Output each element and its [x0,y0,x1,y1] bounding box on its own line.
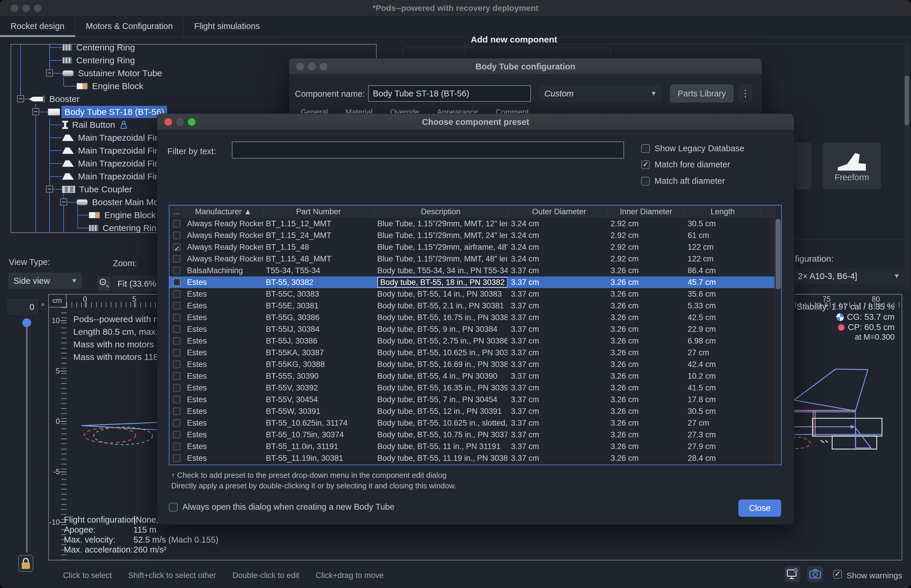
row-checkbox[interactable] [173,384,181,392]
row-checkbox[interactable] [173,325,181,333]
cell-length: 30.5 cm [685,405,761,417]
zoom-out-button[interactable] [97,277,111,291]
tree-item[interactable]: Centering Ring [11,44,376,54]
ruler-label: -10 [49,518,60,527]
table-row[interactable]: EstesBT-55, 30382Body tube, BT-55, 18 in… [170,276,774,288]
row-checkbox[interactable] [173,255,181,263]
cell-inner-diameter: 3.26 cm [607,347,685,359]
row-checkbox[interactable] [173,243,181,251]
table-row[interactable]: EstesBT-55S, 30390Body tube, BT-55, 4 in… [170,370,774,382]
filter-input[interactable] [232,142,624,158]
cell-outer-diameter: 3.37 cm [507,359,607,370]
freeform-fin-button[interactable]: Freeform [822,142,881,189]
view-type-select[interactable]: Side view▼ [8,273,82,289]
design-info-line: Mass with motors 118 g [73,352,166,362]
tree-item-label: Main Trapezoidal Fin S [78,146,168,156]
row-checkbox[interactable] [173,431,181,438]
column-header[interactable]: Length [685,205,761,218]
ruler-label: 10 [49,316,60,325]
collapse-toggle-icon[interactable] [46,69,53,76]
row-checkbox[interactable] [173,443,181,450]
table-row[interactable]: EstesBT-55KG, 30388Body tube, BT-55, 16.… [170,359,774,370]
column-header[interactable]: Part Number [263,205,374,218]
parts-library-button[interactable]: Parts Library [670,85,733,102]
match-aft-diameter-checkbox[interactable] [641,177,650,186]
column-header[interactable]: Inner Diameter [607,205,685,218]
panel-scrollbar-thumb[interactable] [905,76,909,126]
table-scrollbar-thumb[interactable] [775,219,780,289]
table-row[interactable]: EstesBT-55_10.625in, 31174Body tube, BT-… [170,417,774,429]
show-legacy-database-checkbox[interactable] [641,144,650,153]
cell-part-number: BT-55J, 30386 [263,335,374,347]
row-checkbox[interactable] [173,360,181,368]
collapse-toggle-icon[interactable] [32,108,39,115]
table-row[interactable]: EstesBT-55E, 30381Body tube, BT-55, 2.1 … [170,300,774,312]
lock-button[interactable] [18,555,34,572]
table-row[interactable]: EstesBT-55W, 30391Body tube, BT-55, 12 i… [170,405,774,417]
table-row[interactable]: EstesBT-55_11.19in, 30381Body tube, BT-5… [170,452,774,464]
row-checkbox[interactable] [173,313,181,321]
row-checkbox[interactable] [173,231,181,239]
table-row[interactable]: EstesBT-55KA, 30387Body tube, BT-55, 10.… [170,347,774,359]
cell-description: Blue Tube, 1.15"/29mm, MMT, 12" len [374,218,507,229]
table-row[interactable]: EstesBT-55V, 30454Body tube, BT-55, 7 in… [170,394,774,405]
row-checkbox[interactable] [173,419,181,427]
table-row[interactable]: BalsaMachiningT55-34, T55-34Body tube, T… [170,265,774,276]
rotation-slider-knob[interactable] [22,318,31,327]
tab-flight-simulations[interactable]: Flight simulations [183,17,270,37]
column-header[interactable]: Outer Diameter [507,205,607,218]
component-name-input[interactable]: Body Tube ST-18 (BT-56) [368,85,531,102]
preset-select[interactable]: Custom▼ [539,85,662,102]
table-row[interactable]: EstesBT-55J, 30386Body tube, BT-55, 2.75… [170,335,774,347]
row-checkbox[interactable] [173,396,181,403]
table-scrollbar-track[interactable] [774,205,781,465]
tab-motors-configuration[interactable]: Motors & Configuration [75,17,184,37]
centering-ring-icon [62,44,72,51]
cell-part-number: BT_1.15_48 [263,241,374,253]
table-row[interactable]: EstesBT-55G, 30386Body tube, BT-55, 16.7… [170,312,774,323]
table-row[interactable]: EstesBT-55_10.75in, 30374Body tube, BT-5… [170,429,774,441]
tab-rocket-design[interactable]: Rocket design [0,17,75,37]
table-row[interactable]: EstesBT-55_11.0in, 31191Body tube, BT-55… [170,441,774,452]
collapse-toggle-icon[interactable] [17,95,24,102]
display-settings-button[interactable] [784,566,800,582]
rotation-input[interactable]: 0 [8,300,38,314]
table-row[interactable]: Always Ready RocketryBT_1.15_48_MMTBlue … [170,253,774,265]
more-options-button[interactable]: ⋮ [740,85,751,102]
table-row[interactable]: EstesBT-55IJ, 30384Body tube, BT-55, 9 i… [170,323,774,335]
table-row[interactable]: Always Ready RocketryBT_1.15_24_MMTBlue … [170,229,774,241]
table-row[interactable]: Always Ready RocketryBT_1.15_48Blue Tube… [170,241,774,253]
row-checkbox[interactable] [173,454,181,462]
collapse-toggle-icon[interactable] [60,199,67,205]
row-checkbox[interactable] [173,267,181,275]
row-checkbox[interactable] [173,349,181,357]
table-row[interactable]: EstesBT-55V, 30392Body tube, BT-55, 16.3… [170,382,774,394]
table-row[interactable]: Always Ready RocketryBT_1.15_12_MMTBlue … [170,218,774,229]
match-fore-diameter-checkbox[interactable] [641,160,650,169]
screenshot-button[interactable] [807,566,823,582]
row-checkbox[interactable] [173,372,181,380]
close-button[interactable]: Close [738,499,781,517]
row-checkbox[interactable] [173,290,181,298]
collapse-toggle-icon[interactable] [46,186,53,192]
rotation-slider-track[interactable] [26,321,27,552]
cell-inner-diameter: 3.26 cm [607,323,685,335]
flight-config-select[interactable]: 2× A10-3, B6-4]▼ [793,268,905,284]
row-checkbox[interactable] [173,302,181,310]
column-header[interactable]: Manufacturer ▲ [184,205,263,218]
always-open-checkbox[interactable] [169,503,178,512]
cell-length: 30.5 cm [685,218,761,229]
cell-length: 86.4 cm [685,265,761,276]
engine-block-icon [89,212,100,219]
show-warnings-checkbox[interactable] [833,570,842,578]
cp-icon [838,324,845,331]
cell-outer-diameter: 3.24 cm [507,253,607,265]
table-row[interactable]: EstesBT-55C, 30383Body tube, BT-55, 14 i… [170,288,774,300]
row-checkbox[interactable] [173,337,181,345]
column-header[interactable]: ... [170,205,184,218]
row-checkbox[interactable] [173,407,181,415]
cell-inner-diameter: 3.26 cm [607,335,685,347]
column-header[interactable]: Description [374,205,507,218]
row-checkbox[interactable] [173,278,181,286]
row-checkbox[interactable] [173,220,181,228]
